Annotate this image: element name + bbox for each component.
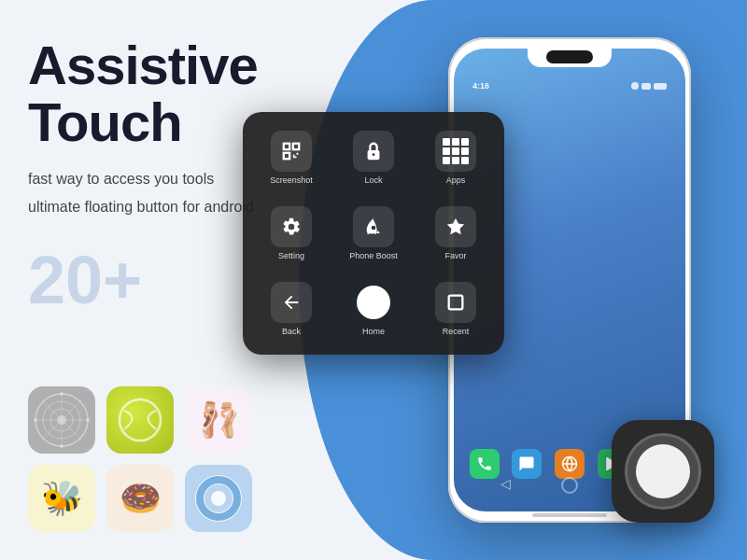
svg-point-15: [211, 491, 226, 506]
svg-point-22: [373, 153, 375, 156]
at-btn-home[interactable]: Home: [336, 275, 411, 343]
bee-emoji: 🐝: [41, 482, 83, 515]
back-nav: ◁: [496, 476, 514, 495]
svg-point-10: [34, 418, 37, 422]
tennis-icon: [117, 397, 163, 443]
phone-app-phone: [470, 449, 500, 479]
phone-notch-inner: [546, 50, 593, 63]
assistive-touch-panel: Screenshot Lock Apps Setting: [243, 112, 504, 355]
svg-point-12: [120, 399, 161, 441]
svg-point-23: [372, 226, 376, 231]
phone-indicators: [631, 82, 667, 90]
apps-icon: [435, 131, 476, 172]
setting-label: Setting: [278, 251, 304, 260]
svg-point-8: [60, 392, 63, 396]
settings-icon: [271, 206, 312, 247]
star-icon: [435, 206, 476, 247]
back-label: Back: [282, 327, 301, 336]
apps-grid: [443, 138, 469, 164]
battery-icon: [654, 83, 667, 90]
blue-ring-icon: [194, 474, 243, 523]
icon-mandala: [28, 386, 95, 454]
icon-donut: 🍩: [106, 465, 174, 532]
svg-rect-18: [284, 143, 289, 148]
mandala-icon: [34, 392, 90, 448]
icon-princess: 🩰: [185, 386, 252, 454]
phone-status-bar: 4:16: [472, 77, 667, 95]
phone-notch: [528, 47, 612, 67]
princess-emoji: 🩰: [198, 403, 240, 437]
at-btn-lock[interactable]: Lock: [336, 123, 411, 191]
svg-rect-19: [293, 143, 299, 148]
apps-label: Apps: [446, 175, 466, 185]
recent-square-icon: [435, 282, 476, 323]
recent-label: Recent: [443, 327, 470, 336]
back-arrow-icon: [271, 282, 312, 323]
rocket-icon: [353, 206, 394, 247]
at-btn-apps[interactable]: Apps: [418, 123, 493, 191]
icon-blue-ring: [185, 465, 252, 532]
lock-icon: [353, 131, 394, 172]
at-circle-inner: [636, 444, 690, 498]
donut-emoji: 🍩: [120, 482, 162, 515]
svg-point-11: [86, 418, 90, 422]
lock-label: Lock: [364, 175, 382, 185]
phone-home-bar: [532, 513, 607, 517]
at-btn-favor[interactable]: Favor: [418, 199, 493, 267]
at-circle-outer: [625, 433, 701, 510]
title-line2: Touch: [28, 91, 182, 152]
at-btn-back[interactable]: Back: [254, 275, 329, 343]
signal-icon: [631, 82, 639, 90]
favor-label: Favor: [444, 251, 466, 260]
home-nav: [561, 477, 578, 494]
at-btn-setting[interactable]: Setting: [254, 199, 329, 267]
svg-point-9: [60, 444, 63, 448]
at-btn-screenshot[interactable]: Screenshot: [254, 123, 329, 191]
phone-time: 4:16: [472, 81, 489, 91]
icon-grid: 🩰 🐝 🍩: [28, 386, 252, 532]
svg-rect-20: [284, 152, 289, 158]
at-btn-phoneboost[interactable]: Phone Boost: [336, 199, 411, 267]
icon-tennis: [106, 386, 174, 454]
home-label: Home: [362, 327, 385, 336]
home-circle-icon: [353, 282, 394, 323]
screenshot-label: Screenshot: [270, 175, 313, 185]
phone-app-internet: [555, 449, 585, 479]
icon-bee: 🐝: [28, 465, 95, 532]
phoneboost-label: Phone Boost: [349, 251, 398, 260]
screenshot-icon: [271, 131, 312, 172]
wifi-icon: [641, 83, 651, 90]
at-btn-recent[interactable]: Recent: [418, 275, 493, 343]
svg-rect-24: [449, 296, 463, 310]
phone-app-messages: [512, 449, 542, 479]
at-app-icon[interactable]: [612, 420, 714, 523]
title-line1: Assistive: [28, 35, 258, 95]
home-button-circle: [357, 286, 390, 319]
